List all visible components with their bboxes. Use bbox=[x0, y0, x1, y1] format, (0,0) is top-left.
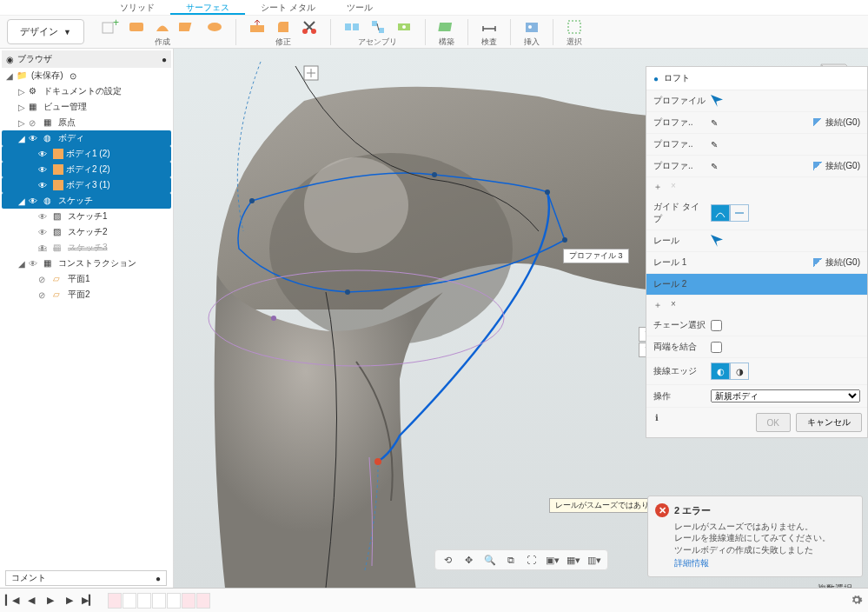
orbit-icon[interactable]: ⟲ bbox=[441, 553, 456, 567]
tree-sketch-group[interactable]: ◢👁◍スケッチ bbox=[2, 193, 171, 209]
add-profile-button[interactable]: ＋ bbox=[653, 181, 662, 193]
tl-first-button[interactable]: ▎◀ bbox=[5, 595, 19, 606]
error-details-link[interactable]: 詳細情報 bbox=[674, 558, 855, 569]
tl-last-button[interactable]: ▶▎ bbox=[82, 595, 96, 606]
rail-row-1[interactable]: レール 1接続(G0) bbox=[646, 252, 867, 274]
tree-body-2[interactable]: 👁ボディ2 (2) bbox=[2, 162, 171, 177]
comment-toggle-icon[interactable]: ● bbox=[156, 574, 161, 583]
rail-row-2[interactable]: レール 2 bbox=[646, 274, 867, 296]
add-rail-button[interactable]: ＋ bbox=[653, 299, 662, 311]
timeline-settings-icon[interactable] bbox=[851, 594, 863, 608]
extrude-icon[interactable] bbox=[124, 16, 149, 38]
tree-root[interactable]: ◢📁(未保存)⊙ bbox=[2, 68, 171, 83]
timeline-feature[interactable] bbox=[123, 593, 136, 609]
trim-icon[interactable] bbox=[297, 16, 321, 38]
fillet-icon[interactable] bbox=[271, 16, 295, 38]
plane-icon[interactable] bbox=[434, 16, 459, 38]
profile-row-2[interactable]: プロファ..✎ bbox=[646, 134, 867, 156]
loft-panel: ●ロフト プロファイル プロファ..✎接続(G0) プロファ..✎ プロファ..… bbox=[646, 66, 868, 438]
tab-tools[interactable]: ツール bbox=[331, 0, 388, 15]
tree-view-mgmt[interactable]: ▷▦ビュー管理 bbox=[2, 99, 171, 115]
tree-plane-1[interactable]: ⊘▱平面1 bbox=[2, 271, 171, 287]
grid-icon[interactable]: ▦▾ bbox=[566, 553, 581, 567]
new-component-icon[interactable]: + bbox=[98, 16, 123, 38]
tree-construction[interactable]: ◢👁▦コンストラクション bbox=[2, 256, 171, 271]
timeline-feature[interactable] bbox=[167, 593, 181, 609]
operation-select[interactable]: 新規ボディ bbox=[711, 389, 860, 402]
design-dropdown[interactable]: デザイン ▼ bbox=[7, 19, 84, 44]
fit-icon[interactable]: ⛶ bbox=[524, 553, 540, 567]
timeline-feature[interactable] bbox=[137, 593, 151, 609]
tree-body-group[interactable]: ◢👁◍ボディ bbox=[2, 130, 171, 146]
pan-icon[interactable]: ✥ bbox=[461, 553, 477, 567]
zoom-icon[interactable]: 🔍 bbox=[482, 553, 498, 567]
tree-sketch-3[interactable]: 👁▨スケッチ3 bbox=[2, 240, 171, 256]
asbuild-joint-icon[interactable] bbox=[366, 16, 390, 38]
comment-bar[interactable]: コメント● bbox=[5, 570, 167, 586]
tab-surface[interactable]: サーフェス bbox=[170, 0, 245, 15]
display-icon[interactable]: ▣▾ bbox=[545, 553, 560, 567]
tree-sketch-2[interactable]: 👁▨スケッチ2 bbox=[2, 224, 171, 240]
error-message: レールがスムーズではありません。 レールを接線連続にしてみてください。 ツールボ… bbox=[674, 521, 855, 555]
profile-row-3[interactable]: プロファ..✎接続(G0) bbox=[646, 156, 867, 177]
info-icon[interactable]: ℹ bbox=[655, 413, 659, 432]
profile-add-remove: ＋× bbox=[646, 177, 867, 196]
label-profile3[interactable]: プロファイル 3 bbox=[563, 249, 629, 263]
revolve-icon[interactable] bbox=[150, 16, 175, 38]
tree-plane-2[interactable]: ⊘▱平面2 bbox=[2, 287, 171, 303]
svg-rect-14 bbox=[438, 23, 452, 31]
ok-button[interactable]: OK bbox=[756, 413, 791, 432]
construct-label: 構築 bbox=[439, 37, 454, 48]
cursor-icon[interactable] bbox=[711, 95, 723, 107]
measure-icon[interactable] bbox=[477, 16, 501, 38]
insert-icon[interactable] bbox=[520, 16, 544, 38]
merge-checkbox[interactable] bbox=[711, 342, 722, 353]
select-icon[interactable] bbox=[562, 16, 586, 38]
tab-sheetmetal[interactable]: シート メタル bbox=[245, 0, 331, 15]
rigid-icon[interactable] bbox=[392, 16, 416, 38]
timeline-feature[interactable] bbox=[152, 593, 166, 609]
loft-tool-icon[interactable] bbox=[202, 16, 227, 38]
browser-panel: ◉ブラウザ ● ◢📁(未保存)⊙ ▷⚙ドキュメントの設定 ▷▦ビュー管理 ▷⊘▦… bbox=[0, 49, 174, 595]
nav-toolbar: ⟲ ✥ 🔍 ⧉ ⛶ ▣▾ ▦▾ ▥▾ bbox=[434, 549, 608, 570]
guide-type-toggle[interactable] bbox=[711, 204, 749, 222]
presspull-icon[interactable] bbox=[245, 16, 269, 38]
timeline-feature[interactable] bbox=[196, 593, 210, 609]
merge-row: 両端を結合 bbox=[646, 336, 867, 358]
cancel-button[interactable]: キャンセル bbox=[796, 413, 862, 432]
tangent-on-icon[interactable]: ◐ bbox=[711, 363, 730, 380]
tree-body-3[interactable]: 👁ボディ3 (1) bbox=[2, 177, 171, 193]
chain-row: チェーン選択 bbox=[646, 315, 867, 336]
zoom-window-icon[interactable]: ⧉ bbox=[503, 553, 519, 567]
tl-next-button[interactable]: ▶ bbox=[63, 595, 76, 606]
tree-body-1[interactable]: 👁ボディ1 (2) bbox=[2, 146, 171, 162]
tab-solid[interactable]: ソリッド bbox=[104, 0, 170, 15]
loft-header[interactable]: ●ロフト bbox=[646, 67, 867, 90]
tree-sketch-1[interactable]: 👁▨スケッチ1 bbox=[2, 209, 171, 224]
timeline-feature[interactable] bbox=[108, 593, 122, 609]
chain-checkbox[interactable] bbox=[711, 320, 722, 331]
joint-icon[interactable] bbox=[340, 16, 364, 38]
browser-header[interactable]: ◉ブラウザ ● bbox=[2, 50, 171, 68]
svg-point-22 bbox=[432, 172, 437, 177]
assembly-group: アセンブリ bbox=[335, 16, 421, 48]
tl-prev-button[interactable]: ◀ bbox=[24, 595, 38, 606]
browser-collapse-icon[interactable]: ● bbox=[162, 55, 167, 64]
tree-origin[interactable]: ▷⊘▦原点 bbox=[2, 115, 171, 130]
remove-profile-button[interactable]: × bbox=[671, 181, 676, 193]
timeline-feature[interactable] bbox=[182, 593, 195, 609]
tree-doc-settings[interactable]: ▷⚙ドキュメントの設定 bbox=[2, 83, 171, 99]
profile-section: プロファイル bbox=[646, 90, 867, 112]
viewport-icon[interactable]: ▥▾ bbox=[586, 553, 602, 567]
cursor-icon[interactable] bbox=[711, 235, 723, 247]
guide-centerline-icon[interactable] bbox=[730, 204, 749, 222]
guide-rail-icon[interactable] bbox=[711, 204, 730, 222]
profile-row-1[interactable]: プロファ..✎接続(G0) bbox=[646, 112, 867, 134]
tangent-toggle[interactable]: ◐ ◑ bbox=[711, 363, 749, 380]
tl-play-button[interactable]: ▶ bbox=[43, 595, 57, 606]
sweep-icon[interactable] bbox=[176, 16, 201, 38]
remove-rail-button[interactable]: × bbox=[671, 299, 676, 311]
tangent-row: 接線エッジ ◐ ◑ bbox=[646, 358, 867, 385]
tangent-off-icon[interactable]: ◑ bbox=[730, 363, 749, 380]
svg-point-23 bbox=[545, 190, 550, 195]
